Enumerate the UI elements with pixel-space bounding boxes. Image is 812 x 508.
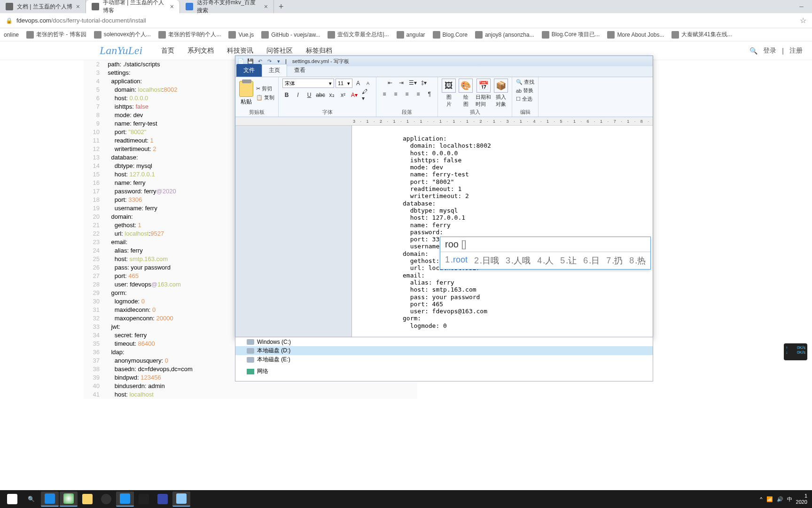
shrink-font-icon[interactable]: A xyxy=(364,79,372,87)
subscript-button[interactable]: x₂ xyxy=(328,91,336,99)
insert-drawing-button[interactable]: 🎨绘 图 xyxy=(459,79,473,108)
strikethrough-button[interactable]: abc xyxy=(316,91,325,99)
login-link[interactable]: 登录 xyxy=(763,47,776,55)
drive-row[interactable]: 本地磁盘 (D:) xyxy=(235,346,653,355)
selectall-button[interactable]: ☐ 全选 xyxy=(516,95,532,103)
tray-expand-icon[interactable]: ^ xyxy=(760,496,762,502)
bookmark-item[interactable]: Blog.Core 项目已... xyxy=(542,31,600,39)
insert-object-button[interactable]: 📦插入 对象 xyxy=(494,79,508,108)
font-size-select[interactable]: 11▾ xyxy=(336,79,352,88)
tab-view[interactable]: 查看 xyxy=(287,64,312,77)
volume-icon[interactable]: 🔊 xyxy=(777,496,783,502)
ime-candidate-7[interactable]: 7.扔 xyxy=(606,255,623,266)
lock-icon[interactable]: 🔒 xyxy=(6,17,13,24)
nav-tech[interactable]: 科技资讯 xyxy=(227,47,253,55)
bookmark-item[interactable]: 老张的哲学8的个人... xyxy=(158,31,221,39)
ime-candidate-1[interactable]: 1.root xyxy=(445,255,468,266)
bookmark-star-icon[interactable]: ☆ xyxy=(800,16,806,25)
url-display[interactable]: fdevops.com/docs/ferry-tutorial-document… xyxy=(16,17,146,24)
tab-home[interactable]: 主页 xyxy=(262,64,287,77)
start-button[interactable] xyxy=(3,492,21,507)
align-center-icon[interactable]: ≡ xyxy=(391,90,400,98)
browser-tab-0[interactable]: 文档 | 兰玉磊的个人博 × xyxy=(0,0,86,13)
taskbar-app-chrome[interactable] xyxy=(60,492,78,507)
italic-button[interactable]: I xyxy=(294,91,302,99)
nav-home[interactable]: 首页 xyxy=(161,47,174,55)
align-justify-icon[interactable]: ≡ xyxy=(414,90,422,98)
drive-row[interactable]: 本地磁盘 (E:) xyxy=(235,355,653,364)
bookmark-item[interactable]: Vue.js xyxy=(228,31,254,39)
ime-candidate-6[interactable]: 6.日 xyxy=(583,255,600,266)
bookmark-item[interactable]: Blog.Core xyxy=(433,31,468,39)
close-icon[interactable]: × xyxy=(264,3,268,10)
clock[interactable]: 1 2020 xyxy=(796,493,809,505)
taskbar-app-explorer[interactable] xyxy=(78,492,96,507)
insert-datetime-button[interactable]: 📅日期和 时间 xyxy=(476,79,491,108)
paste-button[interactable]: 粘贴 xyxy=(239,81,253,106)
ime-candidate-5[interactable]: 5.让 xyxy=(560,255,577,266)
taskbar-app-terminal[interactable] xyxy=(135,492,153,507)
wifi-icon[interactable]: 📶 xyxy=(766,496,773,502)
bookmark-item[interactable]: anjoy8 (ansonzha... xyxy=(475,31,534,39)
left-margin-pane xyxy=(235,126,352,337)
ruler[interactable]: 3 · 1 · 2 · 1 · 1 · 1 · · 1 · 1 · 1 · 2 … xyxy=(235,117,653,126)
superscript-button[interactable]: x² xyxy=(339,91,347,99)
align-left-icon[interactable]: ≡ xyxy=(380,90,389,98)
bookmark-item[interactable]: GitHub - vuejs/aw... xyxy=(261,31,320,39)
minimize-icon[interactable]: ─ xyxy=(791,0,812,13)
bookmark-item[interactable]: 壹佰文章最全总结|... xyxy=(328,31,389,39)
bold-button[interactable]: B xyxy=(282,91,291,99)
grow-font-icon[interactable]: A xyxy=(354,79,362,87)
net-speed-widget[interactable]: ↑0K/s ↓0K/s xyxy=(784,343,807,360)
nav-tags[interactable]: 标签归档 xyxy=(306,47,332,55)
underline-button[interactable]: U xyxy=(305,91,313,99)
close-icon[interactable]: × xyxy=(170,3,174,10)
close-icon[interactable]: × xyxy=(76,3,80,10)
search-button[interactable]: 🔍 xyxy=(22,492,40,507)
ime-indicator[interactable]: 中 xyxy=(787,496,792,503)
cut-button[interactable]: ✂ 剪切 xyxy=(256,85,274,92)
site-right: 🔍 登录 | 注册 xyxy=(750,47,803,55)
ime-candidate-3[interactable]: 3.人哦 xyxy=(506,255,531,266)
drive-row[interactable]: Windows (C:) xyxy=(235,337,653,346)
ime-candidate-8[interactable]: 8.热 xyxy=(629,255,646,266)
search-icon[interactable]: 🔍 xyxy=(750,47,757,55)
taskbar-app-obs[interactable] xyxy=(97,492,115,507)
font-color-button[interactable]: A▾ xyxy=(350,91,359,99)
bookmark-item[interactable]: online xyxy=(4,32,19,38)
browser-tab-1[interactable]: 手动部署 | 兰玉磊的个人博客 × xyxy=(86,0,180,13)
register-link[interactable]: 注册 xyxy=(789,47,803,55)
line-spacing-icon[interactable]: ‡▾ xyxy=(420,79,428,87)
tab-file[interactable]: 文件 xyxy=(236,64,262,77)
align-right-icon[interactable]: ≡ xyxy=(403,90,411,98)
site-logo[interactable]: LanYuLei xyxy=(100,44,142,57)
new-tab-button[interactable]: + xyxy=(274,2,289,12)
nav-docs[interactable]: 系列文档 xyxy=(187,47,214,55)
taskbar-app-todo[interactable] xyxy=(116,492,134,507)
nav-qa[interactable]: 问答社区 xyxy=(266,47,293,55)
bookmark-icon xyxy=(228,31,236,39)
bookmark-item[interactable]: More About Jobs... xyxy=(607,31,664,39)
bookmark-item[interactable]: 大秦赋第41集在线... xyxy=(671,31,732,39)
bookmark-item[interactable]: 老张的哲学 - 博客园 xyxy=(26,31,86,39)
browser-tab-2[interactable]: 达芬奇不支持mkv_百度搜索 × xyxy=(180,0,274,13)
paragraph-dialog-icon[interactable]: ¶ xyxy=(425,90,434,98)
decrease-indent-icon[interactable]: ⇤ xyxy=(386,79,394,87)
network-row[interactable]: 网络 xyxy=(235,367,653,376)
bookmark-item[interactable]: solenovex的个人... xyxy=(94,31,151,39)
bullet-list-icon[interactable]: ☰▾ xyxy=(408,79,417,87)
ime-candidate-4[interactable]: 4.人 xyxy=(537,255,554,266)
ime-candidate-2[interactable]: 2.日哦 xyxy=(474,255,499,266)
highlight-button[interactable]: 🖍▾ xyxy=(361,91,370,99)
bookmark-item[interactable]: angular xyxy=(397,31,425,39)
copy-button[interactable]: 📋 复制 xyxy=(256,94,274,101)
font-name-select[interactable]: 宋体▾ xyxy=(282,79,334,88)
find-button[interactable]: 🔍 查找 xyxy=(516,79,534,86)
increase-indent-icon[interactable]: ⇥ xyxy=(397,79,406,87)
taskbar-app-ide[interactable] xyxy=(154,492,172,507)
taskbar-app-edge[interactable] xyxy=(41,492,59,507)
replace-button[interactable]: ab 替换 xyxy=(516,87,533,94)
insert-picture-button[interactable]: 🖼图 片 xyxy=(442,79,456,108)
document-page[interactable]: application: domain: localhost:8002 host… xyxy=(352,126,653,337)
taskbar-app-wordpad[interactable] xyxy=(172,492,190,507)
